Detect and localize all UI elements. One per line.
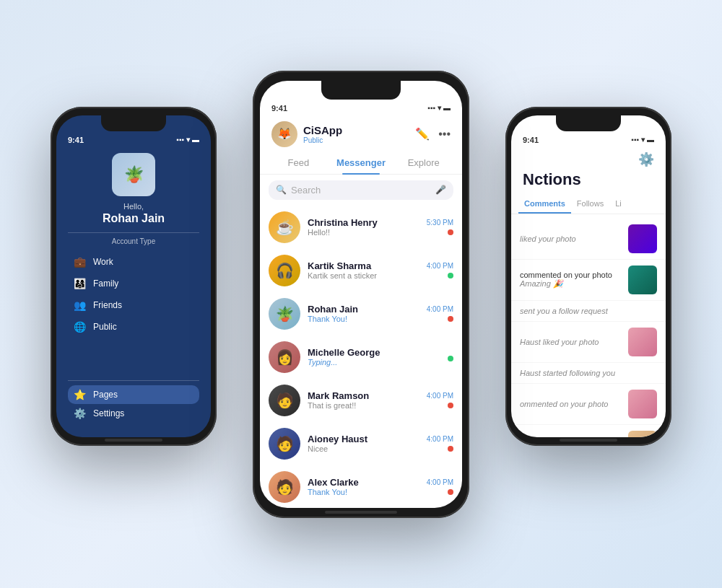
notif-text-1: liked your photo	[520, 234, 622, 243]
search-bar[interactable]: 🔍 Search 🎤	[269, 180, 453, 200]
avatar-mark: 🧑	[269, 385, 300, 416]
notifications-title: Nctions	[511, 170, 666, 195]
notif-msg: Haust started following you	[520, 369, 615, 377]
msg-name: Alex Clarke	[308, 477, 419, 488]
left-phone: 9:41 ▪▪▪ ▾ ▬ 🪴 Hello, Rohan Jain Account…	[51, 107, 217, 446]
tab-messenger[interactable]: Messenger	[330, 152, 393, 174]
tab-likes[interactable]: Li	[609, 195, 627, 214]
edit-icon[interactable]: ✏️	[415, 127, 430, 141]
left-content: 🪴 Hello, Rohan Jain Account Type 💼 Work …	[56, 147, 211, 437]
gear-icon[interactable]: ⚙️	[638, 152, 654, 167]
msg-time: 4:00 PM	[427, 392, 453, 400]
left-notch	[101, 115, 166, 131]
message-item-mark[interactable]: 🧑 Mark Ramson That is great!! 4:00 PM	[260, 379, 462, 422]
right-phone: 9:41 ▪▪▪ ▾ ▬ ⚙️ Nctions Comments Follows…	[505, 107, 671, 446]
sidebar-item-friends[interactable]: 👥 Friends	[68, 294, 199, 316]
tab-follows[interactable]: Follows	[571, 195, 609, 214]
work-label: Work	[93, 257, 113, 267]
tab-comments[interactable]: Comments	[518, 195, 571, 214]
message-item-christina[interactable]: ☕ Christina Henry Hello!! 5:30 PM	[260, 206, 462, 249]
notif-thumb-6	[628, 390, 657, 418]
notif-item-5: Haust started following you	[511, 363, 666, 384]
pages-label: Pages	[93, 390, 118, 400]
header-actions: ✏️ •••	[415, 127, 451, 141]
tab-feed[interactable]: Feed	[267, 152, 330, 174]
notif-msg: ommented on your photo	[520, 400, 608, 408]
msg-body-michelle: Michelle George Typing...	[308, 347, 440, 367]
right-time: 9:41	[523, 136, 539, 144]
battery-icon: ▬	[443, 104, 451, 112]
sidebar-item-family[interactable]: 👨‍👩‍👧 Family	[68, 273, 199, 294]
msg-body-aioney: Aioney Haust Nicee	[308, 434, 419, 453]
more-icon[interactable]: •••	[438, 128, 451, 141]
header-left: 🦊 CiSApp Public	[271, 121, 342, 147]
notif-thumb-7	[628, 431, 657, 437]
notif-sub: Amazing 🎉	[520, 279, 563, 288]
msg-preview-typing: Typing...	[308, 358, 440, 367]
bottom-divider	[68, 380, 199, 381]
notif-thumb-1	[628, 224, 657, 253]
notif-text-5: Haust started following you	[520, 369, 657, 377]
msg-time: 4:00 PM	[427, 305, 453, 313]
message-item-alex[interactable]: 🧑 Alex Clarke Thank You! 4:00 PM	[260, 465, 462, 508]
notif-item-6: ommented on your photo	[511, 384, 666, 425]
msg-dot-red	[448, 446, 453, 452]
pages-icon: ⭐	[74, 389, 86, 400]
notif-text-6: ommented on your photo	[520, 400, 622, 408]
msg-time: 4:00 PM	[427, 262, 453, 270]
msg-body-rohan: Rohan Jain Thank You!	[308, 304, 419, 323]
left-screen: 9:41 ▪▪▪ ▾ ▬ 🪴 Hello, Rohan Jain Account…	[56, 115, 211, 437]
left-home-indicator	[105, 439, 162, 442]
msg-right: 4:00 PM	[427, 435, 453, 452]
signal-icon: ▪▪▪	[427, 104, 435, 112]
tab-explore[interactable]: Explore	[392, 152, 455, 174]
right-screen: 9:41 ▪▪▪ ▾ ▬ ⚙️ Nctions Comments Follows…	[511, 115, 666, 437]
msg-dot-red	[448, 489, 453, 495]
account-type-label: Account Type	[68, 237, 199, 245]
settings-label: Settings	[93, 408, 124, 418]
msg-name: Mark Ramson	[308, 390, 419, 401]
divider	[68, 232, 199, 233]
app-subtitle: Public	[303, 136, 342, 144]
message-item-rohan[interactable]: 🪴 Rohan Jain Thank You! 4:00 PM	[260, 292, 462, 335]
notif-text-2: commented on your photo Amazing 🎉	[520, 271, 622, 289]
center-home-indicator	[325, 511, 397, 514]
notif-msg: sent you a follow request	[520, 307, 608, 315]
family-label: Family	[93, 278, 118, 289]
notif-item-1: liked your photo	[511, 219, 666, 260]
app-info: CiSApp Public	[303, 124, 342, 144]
msg-name: Kartik Sharma	[308, 260, 419, 271]
avatar: 🪴	[112, 153, 155, 196]
notif-item-3: sent you a follow request	[511, 301, 666, 322]
msg-time: 4:00 PM	[427, 435, 453, 443]
msg-right: 4:00 PM	[427, 305, 453, 322]
public-label: Public	[93, 322, 117, 332]
msg-preview: Thank You!	[308, 315, 419, 323]
notif-text-4: Haust liked your photo	[520, 338, 622, 346]
msg-body-alex: Alex Clarke Thank You!	[308, 477, 419, 496]
app-name: CiSApp	[303, 124, 342, 136]
notif-item-2: commented on your photo Amazing 🎉	[511, 260, 666, 301]
notif-msg: commented on your photo	[520, 271, 622, 279]
message-item-aioney[interactable]: 🧑 Aioney Haust Nicee 4:00 PM	[260, 422, 462, 465]
msg-dot-red	[448, 316, 453, 322]
battery-icon: ▬	[192, 136, 199, 144]
msg-dot-green	[448, 356, 453, 361]
message-item-kartik[interactable]: 🎧 Kartik Sharma Kartik sent a sticker 4:…	[260, 249, 462, 292]
mic-icon[interactable]: 🎤	[435, 185, 446, 195]
msg-preview: Kartik sent a sticker	[308, 271, 419, 280]
sidebar-item-work[interactable]: 💼 Work	[68, 251, 199, 273]
msg-right	[448, 353, 453, 361]
sidebar-item-public[interactable]: 🌐 Public	[68, 316, 199, 338]
sidebar-item-pages[interactable]: ⭐ Pages	[68, 385, 199, 404]
notif-thumb-4	[628, 328, 657, 356]
message-item-michelle[interactable]: 👩 Michelle George Typing...	[260, 335, 462, 379]
sidebar-item-settings[interactable]: ⚙️ Settings	[68, 404, 199, 423]
msg-name: Christina Henry	[308, 217, 419, 228]
app-avatar: 🦊	[271, 121, 297, 147]
greeting-text: Hello,	[68, 202, 199, 211]
right-notch	[556, 115, 621, 131]
center-screen: 9:41 ▪▪▪ ▾ ▬ 🦊 CiSApp Public ✏️ •	[260, 81, 462, 508]
search-input[interactable]: Search	[291, 185, 431, 196]
msg-right: 4:00 PM	[427, 392, 453, 408]
